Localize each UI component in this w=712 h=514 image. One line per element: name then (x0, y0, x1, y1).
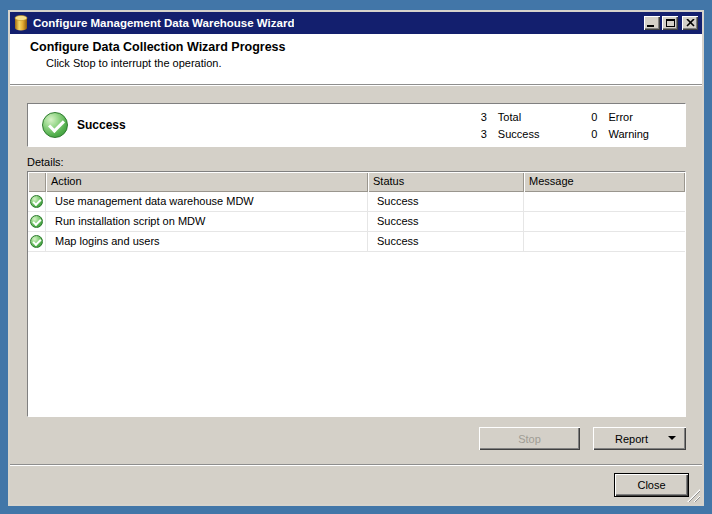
desktop-background: Configure Management Data Warehouse Wiza… (0, 0, 712, 514)
report-button[interactable]: Report (593, 427, 686, 450)
wizard-header: Configure Data Collection Wizard Progres… (10, 34, 702, 85)
maximize-button[interactable] (662, 16, 678, 30)
row-success-icon (30, 235, 43, 248)
page-subtitle: Click Stop to interrupt the operation. (46, 57, 692, 69)
minimize-button[interactable] (644, 16, 660, 30)
bottom-bar: Close (10, 464, 702, 504)
count-total: 3 Total (473, 109, 540, 125)
row-success-icon (30, 215, 43, 228)
stop-button[interactable]: Stop (479, 427, 580, 450)
success-icon (42, 112, 68, 138)
table-row[interactable]: Map logins and users Success (28, 232, 685, 252)
row-action: Use management data warehouse MDW (46, 192, 368, 211)
close-icon (686, 19, 695, 27)
table-row[interactable]: Use management data warehouse MDW Succes… (28, 192, 685, 212)
table-row[interactable]: Run installation script on MDW Success (28, 212, 685, 232)
report-dropdown-icon (668, 436, 676, 440)
page-title: Configure Data Collection Wizard Progres… (30, 40, 692, 54)
close-window-button[interactable] (682, 16, 698, 30)
details-table: Action Status Message Use management dat… (27, 171, 686, 417)
row-message (524, 232, 685, 251)
window-controls (644, 16, 698, 30)
table-header-row: Action Status Message (28, 172, 685, 192)
summary-counts: 3 Total 3 Success 0 Error 0 Warning (473, 109, 649, 142)
wizard-dialog: Configure Management Data Warehouse Wiza… (8, 10, 704, 506)
column-header-icon[interactable] (28, 172, 46, 192)
titlebar[interactable]: Configure Management Data Warehouse Wiza… (10, 12, 702, 34)
count-error: 0 Error (583, 109, 649, 125)
status-label: Success (77, 118, 126, 132)
window-title: Configure Management Data Warehouse Wiza… (33, 17, 294, 29)
close-button[interactable]: Close (614, 473, 689, 497)
summary-panel: Success 3 Total 3 Success 0 Error (27, 103, 686, 147)
dialog-body: Success 3 Total 3 Success 0 Error (10, 85, 702, 464)
row-message (524, 192, 685, 211)
maximize-icon (666, 19, 675, 27)
row-message (524, 212, 685, 231)
row-status: Success (368, 212, 524, 231)
column-header-action[interactable]: Action (46, 172, 368, 192)
row-action: Run installation script on MDW (46, 212, 368, 231)
column-header-message[interactable]: Message (524, 172, 685, 192)
database-icon (14, 15, 28, 31)
table-empty-area (28, 252, 685, 416)
action-buttons: Stop Report (27, 427, 686, 450)
details-label: Details: (27, 156, 686, 168)
row-status: Success (368, 192, 524, 211)
count-warning: 0 Warning (583, 126, 649, 142)
row-success-icon (30, 195, 43, 208)
row-status: Success (368, 232, 524, 251)
minimize-icon (647, 25, 654, 27)
row-action: Map logins and users (46, 232, 368, 251)
count-success: 3 Success (473, 126, 540, 142)
column-header-status[interactable]: Status (368, 172, 524, 192)
